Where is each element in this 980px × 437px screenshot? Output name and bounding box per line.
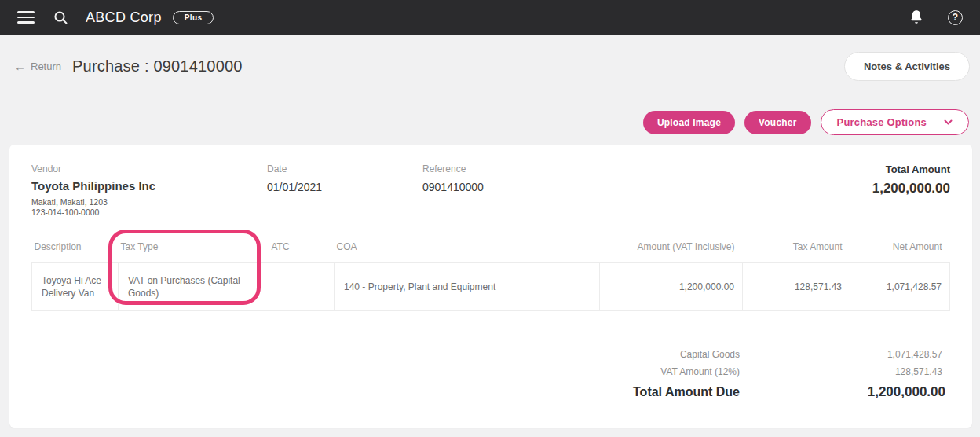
purchase-options-label: Purchase Options xyxy=(837,116,927,128)
voucher-button[interactable]: Voucher xyxy=(744,111,811,134)
return-label: Return xyxy=(31,61,61,72)
summary-label-capital-goods: Capital Goods xyxy=(31,346,740,363)
date-value: 01/01/2021 xyxy=(267,181,422,193)
document-info-row: Vendor Toyota Philippines Inc Makati, Ma… xyxy=(31,163,950,218)
cell-net-amount: 1,071,428.57 xyxy=(850,263,950,311)
cell-coa: 140 - Property, Plant and Equipment xyxy=(335,263,600,311)
total-amount-due-value: 1,200,000.00 xyxy=(740,384,950,400)
reference-label: Reference xyxy=(422,163,872,174)
cell-atc xyxy=(269,263,335,311)
date-block: Date 01/01/2021 xyxy=(267,163,422,218)
cell-tax-amount: 128,571.43 xyxy=(743,263,850,311)
reference-value: 0901410000 xyxy=(422,181,872,193)
help-glyph: ? xyxy=(953,12,958,23)
chevron-down-icon xyxy=(944,119,953,126)
summary-total-row: Total Amount Due 1,200,000.00 xyxy=(31,384,950,400)
total-amount-due-label: Total Amount Due xyxy=(31,385,740,399)
col-header-description: Description xyxy=(32,241,119,263)
help-icon[interactable]: ? xyxy=(948,10,963,25)
vendor-name: Toyota Philippines Inc xyxy=(31,179,267,193)
total-amount-label: Total Amount xyxy=(872,163,950,175)
vendor-tin: 123-014-100-0000 xyxy=(31,207,267,218)
bell-icon[interactable] xyxy=(909,9,924,26)
col-header-net-amount: Net Amount xyxy=(850,241,950,263)
line-items-table: Description Tax Type ATC COA Amount (VAT… xyxy=(31,241,950,311)
col-header-coa: COA xyxy=(335,241,600,263)
cell-amount-vat-inclusive: 1,200,000.00 xyxy=(600,263,743,311)
page-title: Purchase : 0901410000 xyxy=(72,57,243,75)
hamburger-icon[interactable] xyxy=(17,11,35,24)
upload-image-button[interactable]: Upload Image xyxy=(643,111,735,134)
col-header-amount-vat-inclusive: Amount (VAT Inclusive) xyxy=(600,241,743,263)
col-header-tax-amount: Tax Amount xyxy=(743,241,850,263)
topbar: ABCD Corp Plus ? xyxy=(0,0,980,35)
date-label: Date xyxy=(267,163,422,174)
summary-value-capital-goods: 1,071,428.57 xyxy=(740,346,950,363)
notes-activities-button[interactable]: Notes & Activities xyxy=(844,52,970,81)
table-row: Toyoya Hi Ace Delivery Van VAT on Purcha… xyxy=(32,263,950,311)
return-link[interactable]: ← Return xyxy=(14,60,61,73)
vendor-address: Makati, Makati, 1203 xyxy=(31,197,267,207)
purchase-options-button[interactable]: Purchase Options xyxy=(821,109,969,135)
col-header-tax-type: Tax Type xyxy=(119,241,269,263)
page-header: ← Return Purchase : 0901410000 Notes & A… xyxy=(0,35,980,97)
total-amount-value: 1,200,000.00 xyxy=(872,181,950,196)
cell-tax-type: VAT on Purchases (Capital Goods) xyxy=(119,263,269,311)
summary-value-vat-amount: 128,571.43 xyxy=(740,363,950,380)
actions-row: Upload Image Voucher Purchase Options xyxy=(643,109,969,135)
col-header-atc: ATC xyxy=(269,241,335,263)
reference-block: Reference 0901410000 xyxy=(422,163,872,218)
table-header-row: Description Tax Type ATC COA Amount (VAT… xyxy=(32,241,950,263)
total-amount-block: Total Amount 1,200,000.00 xyxy=(872,163,950,218)
cell-description: Toyoya Hi Ace Delivery Van xyxy=(32,263,119,311)
summary-line: Capital Goods 1,071,428.57 xyxy=(31,346,950,363)
purchase-card: Vendor Toyota Philippines Inc Makati, Ma… xyxy=(9,145,972,428)
summary: Capital Goods 1,071,428.57 VAT Amount (1… xyxy=(31,346,950,400)
summary-label-vat-amount: VAT Amount (12%) xyxy=(31,363,740,380)
header-divider xyxy=(12,97,968,97)
vendor-block: Vendor Toyota Philippines Inc Makati, Ma… xyxy=(31,163,267,218)
company-name[interactable]: ABCD Corp xyxy=(86,9,162,26)
search-icon[interactable] xyxy=(53,10,68,25)
plan-badge: Plus xyxy=(173,11,214,24)
summary-line: VAT Amount (12%) 128,571.43 xyxy=(31,363,950,380)
vendor-label: Vendor xyxy=(31,163,267,174)
arrow-left-icon: ← xyxy=(14,60,26,73)
